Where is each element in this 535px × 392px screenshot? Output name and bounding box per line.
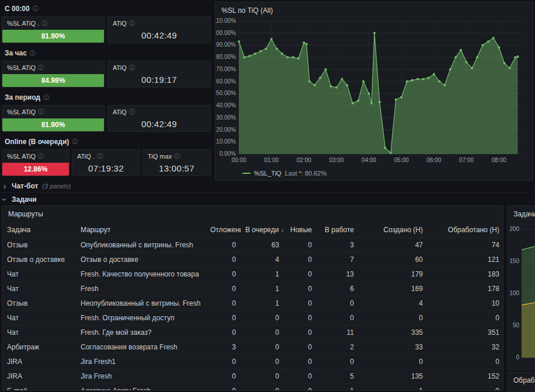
svg-text:70.00%: 70.00%	[216, 66, 236, 72]
table-cell: 0	[284, 369, 317, 384]
column-header-label: Маршрут	[81, 226, 110, 234]
table-row: E-mailАлертинг Angry Fresh000110	[2, 384, 503, 391]
table-cell: Неопубликованный с витрины. Fresh	[76, 296, 206, 311]
table-cell: Отзыв	[2, 238, 76, 253]
timeseries-chart[interactable]: 0.00%10.00%20.00%30.00%40.00%50.00%60.00…	[216, 16, 529, 164]
table-row: ОтзывОпубликованный с витрины. Fresh0630…	[2, 238, 503, 253]
stat-title: ATiQ	[113, 108, 127, 116]
section-label-1[interactable]: За часⓘ	[5, 49, 36, 57]
table-cell: 1	[241, 296, 284, 311]
stat-value: 00:19:17	[108, 72, 210, 87]
tasks-chart[interactable]: 050100150200	[508, 220, 535, 366]
column-header[interactable]: Создано (Н)	[359, 222, 428, 238]
table-row: ЧатFresh. Качество полученного товара010…	[2, 267, 503, 282]
table-cell: 60	[359, 253, 428, 267]
table-cell: 2	[317, 340, 359, 355]
table-cell: Чат	[2, 267, 76, 282]
info-icon[interactable]: ⓘ	[38, 109, 44, 115]
stat-panel: ATiQⓘ00:19:17	[107, 61, 211, 88]
svg-text:150: 150	[509, 258, 519, 264]
table-cell: 3	[317, 238, 359, 253]
table-cell: 1	[359, 384, 428, 391]
table-header-row: ЗадачаМаршрутОтложеныВ очереди↓НовыеВ ра…	[2, 222, 503, 238]
legend-item-sl-tiq[interactable]: %SL_TiQ Last *: 80.62%	[242, 170, 326, 177]
info-icon[interactable]: ⓘ	[129, 109, 135, 115]
table-cell: 1	[317, 384, 359, 391]
svg-text:100.00%: 100.00%	[216, 30, 236, 36]
table-row: ЧатFresh. Где мой заказ?00011335351	[2, 326, 503, 340]
table-cell: 335	[359, 326, 428, 340]
row-panel-count: (3 panels)	[42, 183, 71, 190]
section-label-2[interactable]: За периодⓘ	[5, 93, 49, 102]
svg-text:100: 100	[509, 290, 519, 296]
table-cell: 0	[428, 355, 503, 369]
info-icon[interactable]: ⓘ	[33, 6, 39, 12]
table-row: ЧатFresh0106169178	[2, 282, 503, 296]
table-cell: 1	[241, 267, 284, 282]
table-cell: 0	[241, 355, 284, 369]
table-cell: 351	[428, 326, 503, 340]
routes-table: ЗадачаМаршрутОтложеныВ очереди↓НовыеВ ра…	[2, 222, 503, 391]
column-header-label: Новые	[290, 226, 312, 234]
stat-title: TiQ max	[148, 153, 172, 160]
svg-text:01:00: 01:00	[264, 157, 279, 163]
svg-text:110.00%: 110.00%	[216, 18, 236, 24]
section-label-3[interactable]: Online (В очереди)ⓘ	[5, 138, 78, 146]
table-cell: 135	[359, 369, 428, 384]
svg-text:05:00: 05:00	[394, 157, 409, 163]
stat-value-bar: 81.90%	[2, 30, 104, 43]
table-cell: 0	[428, 384, 503, 391]
svg-text:50.00%: 50.00%	[216, 90, 236, 96]
table-cell: Чат	[2, 311, 76, 326]
column-header[interactable]: Маршрут	[76, 222, 206, 238]
info-icon[interactable]: ⓘ	[41, 20, 47, 26]
column-header[interactable]: Обработано (Н)	[428, 222, 503, 238]
column-header[interactable]: Задача	[2, 222, 76, 238]
svg-text:30.00%: 30.00%	[216, 114, 236, 121]
info-icon[interactable]: ⓘ	[129, 65, 135, 71]
table-cell: 32	[428, 340, 503, 355]
table-cell: JIRA	[2, 355, 76, 369]
info-icon[interactable]: ⓘ	[97, 153, 103, 159]
table-cell: Согласования возврата Fresh	[76, 340, 206, 355]
column-header[interactable]: Отложены	[206, 222, 241, 238]
table-cell: 178	[428, 282, 503, 296]
info-icon[interactable]: ⓘ	[43, 94, 49, 100]
column-header[interactable]: Новые	[284, 222, 317, 238]
stat-title: ATiQ	[113, 64, 127, 71]
section-label-text: С 00:00	[5, 5, 30, 13]
table-cell: 0	[317, 296, 359, 311]
sort-descending-icon: ↓	[280, 226, 284, 234]
info-icon[interactable]: ⓘ	[72, 139, 78, 145]
table-cell: 0	[359, 355, 428, 369]
table-cell: 0	[206, 238, 241, 253]
info-icon[interactable]: ⓘ	[38, 65, 44, 71]
table-cell: 0	[206, 296, 241, 311]
section-label-text: Online (В очереди)	[5, 138, 69, 146]
stat-value: 07:19:32	[72, 160, 140, 176]
info-icon[interactable]: ⓘ	[174, 153, 180, 159]
stat-value: 00:42:49	[108, 116, 210, 131]
table-cell: E-mail	[2, 384, 76, 391]
table-cell: 7	[317, 253, 359, 267]
chevron-down-icon: ›	[1, 197, 9, 202]
dashboard-row-chatbot[interactable]: › Чат-бот (3 panels)	[2, 180, 533, 192]
table-cell: 179	[359, 267, 428, 282]
svg-text:08:00: 08:00	[492, 157, 506, 163]
table-cell: Fresh. Качество полученного товара	[76, 267, 206, 282]
panel-routes-table: Маршруты ЗадачаМаршрутОтложеныВ очереди↓…	[2, 205, 503, 391]
table-cell: Отзыв о доставке	[2, 253, 76, 267]
panel-processing: Обработка	[507, 372, 535, 392]
section-label-0[interactable]: С 00:00ⓘ	[5, 5, 39, 13]
column-header[interactable]: В работе	[317, 222, 359, 238]
column-header[interactable]: В очереди↓	[241, 222, 284, 238]
table-cell: 0	[241, 384, 284, 391]
panel-sl-tiq-chart: %SL по TiQ (All) 0.00%10.00%20.00%30.00%…	[215, 2, 533, 181]
table-cell: 74	[428, 238, 503, 253]
info-icon[interactable]: ⓘ	[38, 153, 44, 159]
dashboard-row-tasks[interactable]: › Задачи	[2, 193, 533, 206]
table-cell: 4	[241, 253, 284, 267]
table-cell: 63	[241, 238, 284, 253]
info-icon[interactable]: ⓘ	[129, 20, 135, 26]
info-icon[interactable]: ⓘ	[30, 50, 36, 56]
